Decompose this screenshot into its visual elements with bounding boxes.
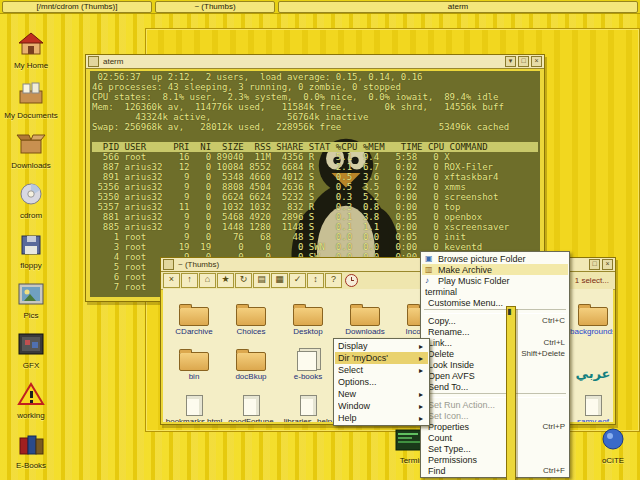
file-icon: [243, 395, 260, 416]
close-icon[interactable]: [531, 56, 542, 67]
close-icon[interactable]: [602, 259, 613, 270]
desktop-icon-label: Downloads: [11, 161, 51, 170]
menu-item[interactable]: Select: [335, 364, 428, 376]
menu-item[interactable]: Dir 'myDocs': [335, 352, 428, 364]
menu-item[interactable]: Look Inside: [422, 359, 568, 370]
file-item[interactable]: Choices: [223, 292, 279, 336]
menu-item-shortcut: Shift+Delete: [521, 349, 565, 359]
menu-item[interactable]: Send To...: [422, 381, 568, 392]
file-icon: [300, 395, 317, 416]
maximize-icon[interactable]: [589, 259, 600, 270]
desktop-icon-working[interactable]: working: [2, 370, 60, 420]
file-icon: [179, 307, 209, 326]
menu-item[interactable]: Copy... Ctrl+C: [422, 315, 568, 326]
warning-icon: [17, 382, 45, 410]
window-menu-icon[interactable]: [88, 56, 99, 67]
menu-item-label: Find: [428, 466, 540, 476]
menu-item[interactable]: Help: [335, 412, 428, 424]
desktop-icon-label: floppy: [20, 261, 41, 270]
file-item[interactable]: docBkup: [223, 337, 279, 381]
refresh-icon[interactable]: [235, 273, 252, 288]
documents-icon: [16, 80, 46, 110]
menu-item[interactable]: Set Icon...: [422, 410, 568, 421]
menu-item[interactable]: New: [335, 388, 428, 400]
desktop-icon-downloads[interactable]: Downloads: [2, 120, 60, 170]
menu-item-label: Copy...: [428, 316, 539, 326]
list-view-icon[interactable]: [253, 273, 270, 288]
menu-item[interactable]: Play Music Folder: [422, 275, 568, 286]
file-item[interactable]: goodFortune: [223, 382, 279, 422]
desktop-icon-ocite[interactable]: oCiTE: [590, 427, 636, 465]
menu-item[interactable]: terminal: [422, 286, 568, 297]
file-item-label: samy.eqf: [577, 417, 609, 422]
menu-item[interactable]: Browse picture Folder: [422, 253, 568, 264]
menu-item[interactable]: Find Ctrl+F: [422, 465, 568, 476]
file-item[interactable]: Downloads: [337, 292, 393, 336]
file-item[interactable]: bin: [166, 337, 222, 381]
file-item[interactable]: libraries--help: [280, 382, 336, 422]
thumbnail-view-icon[interactable]: [271, 273, 288, 288]
file-item[interactable]: Desktop: [280, 292, 336, 336]
shade-icon[interactable]: [505, 56, 516, 67]
close-window-icon[interactable]: [163, 273, 180, 288]
terminal-text-line: 02:56:37 up 2:12, 2 users, load average:…: [92, 72, 538, 82]
home-directory-icon[interactable]: [199, 273, 216, 288]
sort-icon[interactable]: [307, 273, 324, 288]
desktop-icon-label: My Documents: [4, 111, 57, 120]
menu-item-label: Count: [428, 433, 562, 443]
menu-item[interactable]: Permissions: [422, 454, 568, 465]
terminal-titlebar[interactable]: aterm: [86, 55, 544, 69]
file-item[interactable]: عربي: [565, 337, 613, 381]
file-item[interactable]: samy.eqf: [565, 382, 613, 422]
desktop-icon-gfx[interactable]: GFX: [2, 320, 60, 370]
menu-item[interactable]: Options...: [335, 376, 428, 388]
task-button-home-thumbs[interactable]: ~ (Thumbs): [155, 1, 275, 13]
desktop-icon-label: E-Books: [16, 461, 46, 470]
menu-item[interactable]: Open AVFS: [422, 370, 568, 381]
menu-item[interactable]: Rename...: [422, 326, 568, 337]
menu-item[interactable]: Window: [335, 400, 428, 412]
desktop-icon-label: My Home: [14, 61, 48, 70]
menu-item[interactable]: [424, 393, 566, 398]
process-row: 1 root 9 0 76 68 48 S 0.0 0.0 0:05 0 ini…: [92, 232, 538, 242]
select-all-icon[interactable]: [289, 273, 306, 288]
sphere-icon: [601, 427, 625, 455]
menu-item-label: Send To...: [428, 382, 562, 392]
desktop-icon-ebooks[interactable]: E-Books: [2, 420, 60, 470]
task-button-cdrom[interactable]: [/mnt/cdrom (Thumbs)]: [2, 1, 152, 13]
desktop-icon-floppy[interactable]: floppy: [2, 220, 60, 270]
desktop-icon-cdrom[interactable]: cdrom: [2, 170, 60, 220]
menu-item[interactable]: Link... Ctrl+L: [422, 337, 568, 348]
desktop-icon-my-documents[interactable]: My Documents: [2, 70, 60, 120]
process-row: 887 arius32 12 0 10084 8552 6684 R 2.1 6…: [92, 162, 538, 172]
window-menu-icon[interactable]: [163, 259, 174, 270]
up-directory-icon[interactable]: [181, 273, 198, 288]
maximize-icon[interactable]: [518, 56, 529, 67]
file-item[interactable]: e-books: [280, 337, 336, 381]
file-item[interactable]: bookmarks.html: [166, 382, 222, 422]
bookmark-icon[interactable]: [217, 273, 234, 288]
help-icon[interactable]: [325, 273, 342, 288]
menu-item[interactable]: Properties Ctrl+P: [422, 421, 568, 432]
task-button-aterm[interactable]: aterm: [278, 1, 638, 13]
dir-context-menu: Browse picture Folder Make Archive Play …: [420, 251, 570, 478]
menu-item[interactable]: Count: [422, 432, 568, 443]
file-item[interactable]: CDarchive: [166, 292, 222, 336]
clock-icon[interactable]: [345, 274, 358, 287]
desktop-icon-pics[interactable]: Pics: [2, 270, 60, 320]
desktop-icon-label: GFX: [23, 361, 39, 370]
desktop[interactable]: [/mnt/cdrom (Thumbs)] ~ (Thumbs) aterm M…: [0, 0, 640, 480]
menu-item[interactable]: Make Archive: [422, 264, 568, 275]
menu-item[interactable]: Customise Menu...: [422, 297, 568, 308]
file-item[interactable]: backgrounds: [565, 292, 613, 336]
menu-item[interactable]: Display: [335, 340, 428, 352]
menu-item[interactable]: Set Type...: [422, 443, 568, 454]
file-item-label: عربي: [575, 367, 610, 381]
menu-item[interactable]: Set Run Action...: [422, 399, 568, 410]
menu-item-icon: [425, 254, 435, 263]
menu-item[interactable]: Delete Shift+Delete: [422, 348, 568, 359]
process-row: 566 root 16 0 89040 11M 4356 R 5.1 9.4 5…: [92, 152, 538, 162]
desktop-icon-my-home[interactable]: My Home: [2, 20, 60, 70]
cd-icon: [18, 182, 44, 210]
menu-item[interactable]: [424, 309, 566, 314]
